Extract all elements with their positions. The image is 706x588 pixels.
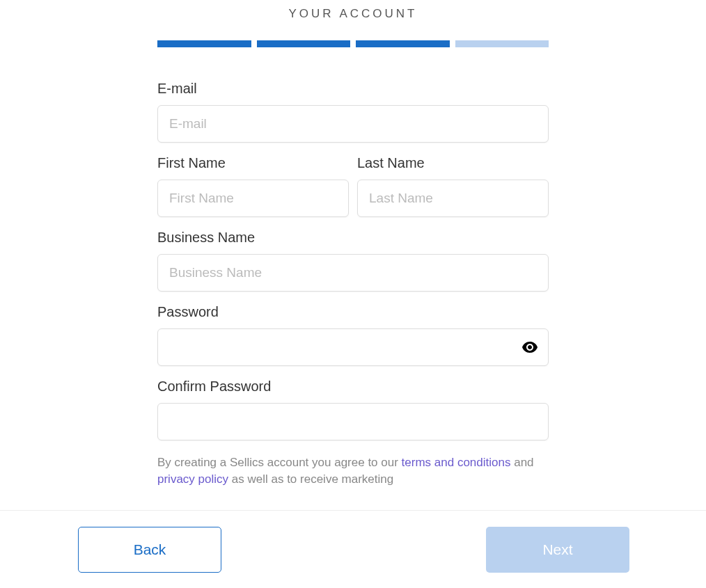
next-button[interactable]: Next (486, 527, 629, 573)
progress-step-4 (455, 40, 549, 47)
password-label: Password (157, 304, 549, 320)
privacy-policy-link[interactable]: privacy policy (157, 472, 228, 486)
legal-text-part1: By creating a Sellics account you agree … (157, 456, 402, 469)
business-name-field[interactable] (157, 254, 549, 292)
business-name-label: Business Name (157, 230, 549, 246)
progress-step-2 (257, 40, 351, 47)
email-label: E-mail (157, 81, 549, 97)
legal-text-part2: and (510, 456, 533, 469)
legal-text: By creating a Sellics account you agree … (157, 454, 549, 488)
last-name-label: Last Name (357, 155, 549, 171)
progress-step-3 (356, 40, 450, 47)
show-password-icon[interactable] (522, 342, 538, 353)
progress-step-1 (157, 40, 251, 47)
last-name-field[interactable] (357, 180, 549, 217)
page-title: YOUR ACCOUNT (157, 7, 549, 21)
back-button[interactable]: Back (78, 527, 221, 573)
confirm-password-field[interactable] (157, 403, 549, 440)
confirm-password-label: Confirm Password (157, 379, 549, 395)
footer-bar: Back Next (0, 510, 706, 588)
first-name-label: First Name (157, 155, 349, 171)
terms-and-conditions-link[interactable]: terms and conditions (402, 456, 511, 469)
first-name-field[interactable] (157, 180, 349, 217)
progress-bar (157, 40, 549, 47)
password-field[interactable] (157, 328, 549, 366)
email-field[interactable] (157, 105, 549, 143)
legal-text-part3: as well as to receive marketing (228, 472, 393, 486)
